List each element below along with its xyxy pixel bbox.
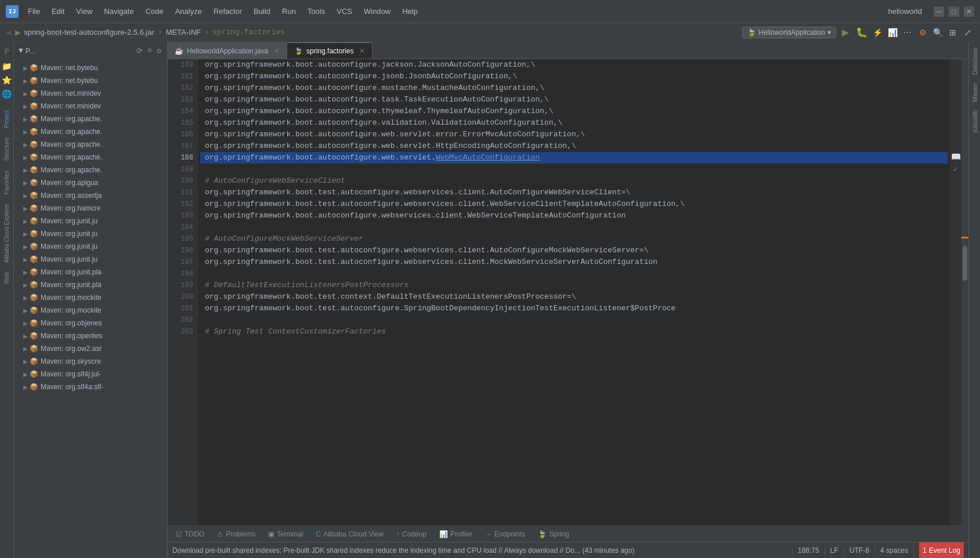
line-ending[interactable]: LF bbox=[830, 546, 838, 555]
tree-item[interactable]: ▶ 📦 Maven: org.mockite bbox=[14, 291, 167, 304]
menu-vcs[interactable]: VCS bbox=[332, 5, 357, 18]
structure-label[interactable]: Structure bbox=[2, 134, 11, 165]
todo-tab[interactable]: ☑ TODO bbox=[170, 528, 210, 541]
tree-item[interactable]: ▶ 📦 Maven: org.objenes bbox=[14, 317, 167, 329]
more-run-options-button[interactable]: ⋯ bbox=[901, 26, 914, 39]
profiler-button[interactable]: 📊 bbox=[886, 26, 899, 39]
alibaba-cloud-label[interactable]: Alibaba Cloud Explorer bbox=[2, 200, 11, 266]
coverage-button[interactable]: ⚡ bbox=[871, 26, 884, 39]
line-num-190: 190 bbox=[168, 175, 193, 187]
endpoints-tab[interactable]: → Endpoints bbox=[479, 528, 531, 541]
tree-item[interactable]: ▶ 📦 Maven: org.junit.pla bbox=[14, 266, 167, 278]
back-arrow-icon[interactable]: ◀ bbox=[6, 27, 12, 38]
tree-item[interactable]: ▶ 📦 Maven: org.junit.ju bbox=[14, 215, 167, 227]
code-line-181: org.springframework.boot.autoconfigure.j… bbox=[200, 71, 948, 82]
bookmark-icon[interactable]: 📖 bbox=[951, 152, 961, 162]
menu-build[interactable]: Build bbox=[249, 5, 275, 18]
jclasslib-panel-label[interactable]: jclasslib bbox=[970, 107, 979, 136]
problems-tab[interactable]: ⚠ Problems bbox=[211, 528, 261, 541]
breadcrumb-sep-2: › bbox=[204, 28, 209, 37]
maximize-editor-button[interactable]: ⤢ bbox=[961, 26, 974, 39]
tab-spring-factories-close[interactable]: ✕ bbox=[359, 47, 365, 55]
maven-panel-label[interactable]: Maven bbox=[970, 79, 979, 106]
web-icon[interactable]: 🌐 bbox=[1, 88, 13, 100]
project-tool-icon[interactable]: P bbox=[1, 46, 13, 58]
alibaba-cloud-view-tab[interactable]: C Alibaba Cloud View bbox=[310, 528, 390, 541]
tree-item[interactable]: ▶ 📦 Maven: org.hamcre bbox=[14, 202, 167, 215]
project-settings-icon[interactable]: ⚙ bbox=[156, 45, 162, 57]
tree-item[interactable]: ▶ 📦 Maven: org.apache. bbox=[14, 164, 167, 176]
favorites-icon[interactable]: ⭐ bbox=[1, 74, 13, 86]
close-button[interactable]: ✕ bbox=[964, 6, 974, 17]
tree-item[interactable]: ▶ 📦 Maven: org.apache. bbox=[14, 151, 167, 164]
tree-item[interactable]: ▶ 📦 Maven: org.mockite bbox=[14, 304, 167, 317]
tree-item[interactable]: ▶ 📦 Maven: org.slf4a:slf- bbox=[14, 381, 167, 393]
menu-navigate[interactable]: Navigate bbox=[99, 5, 138, 18]
tree-item[interactable]: ▶ 📦 Maven: org.junit.pla bbox=[14, 278, 167, 291]
layout-button[interactable]: ⊞ bbox=[946, 26, 959, 39]
indent[interactable]: 4 spaces bbox=[880, 546, 908, 555]
cursor-position[interactable]: 188:75 bbox=[798, 546, 819, 555]
settings-button[interactable]: ⚙ bbox=[916, 26, 929, 39]
code-editor[interactable]: org.springframework.boot.autoconfigure.j… bbox=[198, 59, 950, 526]
favorites-label[interactable]: Favorites bbox=[2, 167, 11, 198]
tab-helloworld[interactable]: ☕ HelloworldApplication.java ✕ bbox=[168, 42, 287, 59]
menu-view[interactable]: View bbox=[71, 5, 97, 18]
maximize-button[interactable]: □ bbox=[949, 6, 959, 17]
tree-item[interactable]: ▶ 📦 Maven: org.junit.ju bbox=[14, 240, 167, 253]
tree-item[interactable]: ▶ 📦 Maven: org.ow2.asr bbox=[14, 342, 167, 355]
profiler-tab[interactable]: 📊 Profiler bbox=[433, 528, 478, 541]
run-button[interactable]: ▶ bbox=[838, 26, 852, 39]
tree-item[interactable]: ▶ 📦 Maven: net.bytebu bbox=[14, 74, 167, 87]
spring-tab[interactable]: 🍃 Spring bbox=[532, 528, 575, 541]
tree-item[interactable]: ▶ 📦 Maven: org.junit.ju bbox=[14, 253, 167, 266]
tree-item[interactable]: ▶ 📦 Maven: org.apigua bbox=[14, 176, 167, 189]
breadcrumb-jar[interactable]: spring-boot-test-autoconfigure-2.5.6.jar bbox=[24, 28, 154, 37]
tree-item[interactable]: ▶ 📦 Maven: net.minidev bbox=[14, 100, 167, 113]
breadcrumb-metainf[interactable]: META-INF bbox=[166, 28, 201, 37]
menu-code[interactable]: Code bbox=[141, 5, 168, 18]
debug-button[interactable]: 🐛 bbox=[855, 26, 869, 39]
project-sync-icon[interactable]: ⟳ bbox=[135, 45, 144, 57]
tree-item[interactable]: ▶ 📦 Maven: org.opentes bbox=[14, 329, 167, 342]
forward-arrow-icon[interactable]: ▶ bbox=[15, 27, 21, 38]
tree-item[interactable]: ▶ 📦 Maven: org.junit.ju bbox=[14, 227, 167, 240]
terminal-tab[interactable]: ▣ Terminal bbox=[262, 528, 309, 541]
menu-window[interactable]: Window bbox=[359, 5, 395, 18]
project-label[interactable]: Project bbox=[2, 107, 11, 132]
tree-item[interactable]: ▶ 📦 Maven: org.slf4j:jul- bbox=[14, 368, 167, 381]
run-config-selector[interactable]: 🍃 HelloworldApplication ▾ bbox=[742, 27, 836, 38]
code-line-184: org.springframework.boot.autoconfigure.t… bbox=[200, 106, 948, 117]
tree-item[interactable]: ▶ 📦 Maven: net.minidev bbox=[14, 87, 167, 100]
tree-item[interactable]: ▶ 📦 Maven: org.assertja bbox=[14, 189, 167, 202]
tab-spring-factories[interactable]: 🍃 spring.factories ✕ bbox=[287, 42, 373, 59]
minimize-button[interactable]: — bbox=[934, 6, 944, 17]
tree-item[interactable]: ▶ 📦 Maven: net.bytebu bbox=[14, 61, 167, 74]
codeup-tab[interactable]: ↑ Codeup bbox=[390, 528, 432, 541]
problems-icon: ⚠ bbox=[217, 530, 223, 538]
tree-item[interactable]: ▶ 📦 Maven: org.apache. bbox=[14, 113, 167, 125]
folder-icon[interactable]: 📁 bbox=[1, 60, 13, 72]
menu-help[interactable]: Help bbox=[397, 5, 422, 18]
search-button[interactable]: 🔍 bbox=[931, 26, 944, 39]
code-line-187: org.springframework.boot.autoconfigure.w… bbox=[200, 140, 948, 152]
menu-refactor[interactable]: Refactor bbox=[209, 5, 247, 18]
project-collapse-icon[interactable]: ≡ bbox=[146, 45, 153, 57]
menu-analyze[interactable]: Analyze bbox=[171, 5, 207, 18]
menu-edit[interactable]: Edit bbox=[47, 5, 69, 18]
web-label[interactable]: Web bbox=[2, 269, 11, 287]
tab-helloworld-close[interactable]: ✕ bbox=[274, 47, 280, 55]
menu-run[interactable]: Run bbox=[277, 5, 301, 18]
code-line-189 bbox=[200, 164, 948, 175]
menu-file[interactable]: File bbox=[23, 5, 45, 18]
project-panel-title: P... bbox=[26, 47, 35, 55]
tree-item[interactable]: ▶ 📦 Maven: org.apache. bbox=[14, 125, 167, 138]
status-message[interactable]: Download pre-built shared indexes: Pre-b… bbox=[172, 546, 787, 555]
menu-tools[interactable]: Tools bbox=[303, 5, 330, 18]
editor-scrollbar-thumb[interactable] bbox=[963, 246, 967, 281]
tree-item[interactable]: ▶ 📦 Maven: org.skyscre bbox=[14, 355, 167, 368]
database-panel-label[interactable]: Database bbox=[970, 44, 979, 78]
encoding[interactable]: UTF-8 bbox=[849, 546, 869, 555]
event-log-badge[interactable]: 1 Event Log bbox=[919, 542, 964, 559]
tree-item[interactable]: ▶ 📦 Maven: org.apache. bbox=[14, 138, 167, 151]
